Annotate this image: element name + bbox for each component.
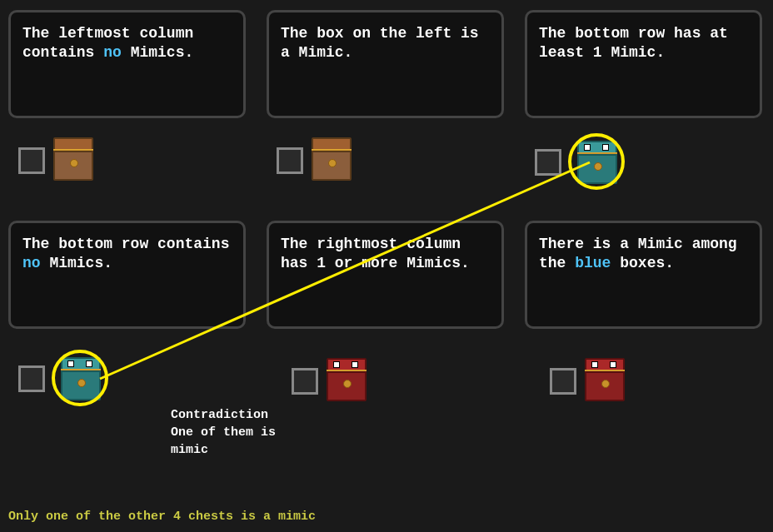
clue-highlight-4: no xyxy=(22,255,41,271)
clue-text-4a: The bottom row contains xyxy=(22,236,229,252)
chest-row-top-right xyxy=(535,133,626,191)
circle-highlight-bot-left xyxy=(52,350,108,406)
chest-row-bot-right xyxy=(550,358,630,405)
chest-row-top-left xyxy=(18,137,98,184)
chest-row-bot-left xyxy=(18,350,110,408)
circle-highlight-top-right xyxy=(568,133,625,190)
chest-normal-2 xyxy=(310,137,353,181)
card-top-left: The leftmost column contains no Mimics. xyxy=(8,10,246,118)
chest-wrapper-5 xyxy=(325,358,372,405)
clue-text-6b: boxes. xyxy=(611,255,674,271)
checkbox-1[interactable] xyxy=(18,147,45,174)
checkbox-5[interactable] xyxy=(292,368,318,395)
clue-text-1b: Mimics. xyxy=(122,44,193,61)
checkbox-3[interactable] xyxy=(535,149,561,176)
chest-wrapper-3 xyxy=(568,133,626,191)
chest-row-bot-mid xyxy=(292,358,372,405)
clue-text-2: The box on the left is a Mimic. xyxy=(281,25,479,61)
checkbox-2[interactable] xyxy=(277,147,303,174)
checkbox-4[interactable] xyxy=(18,365,45,392)
clue-text-5: The rightmost column has 1 or more Mimic… xyxy=(281,236,470,271)
card-bot-right: There is a Mimic among the blue boxes. xyxy=(525,221,762,329)
checkbox-6[interactable] xyxy=(550,368,576,395)
chest-wrapper-6 xyxy=(583,358,630,405)
chest-row-top-mid xyxy=(277,137,357,184)
clue-text-4b: Mimics. xyxy=(41,255,112,271)
chest-wrapper-2 xyxy=(310,137,357,184)
clue-highlight-1: no xyxy=(103,44,122,61)
card-top-right: The bottom row has at least 1 Mimic. xyxy=(525,10,762,118)
contradiction-label: Contradiction One of them is mimic xyxy=(171,406,276,459)
clue-highlight-6: blue xyxy=(575,255,611,271)
card-bot-left: The bottom row contains no Mimics. xyxy=(8,221,246,329)
card-bot-mid: The rightmost column has 1 or more Mimic… xyxy=(267,221,504,329)
card-top-mid: The box on the left is a Mimic. xyxy=(267,10,504,118)
chest-red-2 xyxy=(583,358,626,401)
chest-red-1 xyxy=(325,358,368,401)
chest-wrapper-4 xyxy=(52,350,110,408)
chest-wrapper-1 xyxy=(52,137,98,184)
chest-normal-1 xyxy=(52,137,95,181)
clue-text-3: The bottom row has at least 1 Mimic. xyxy=(539,25,728,61)
bottom-note: Only one of the other 4 chests is a mimi… xyxy=(8,510,316,524)
